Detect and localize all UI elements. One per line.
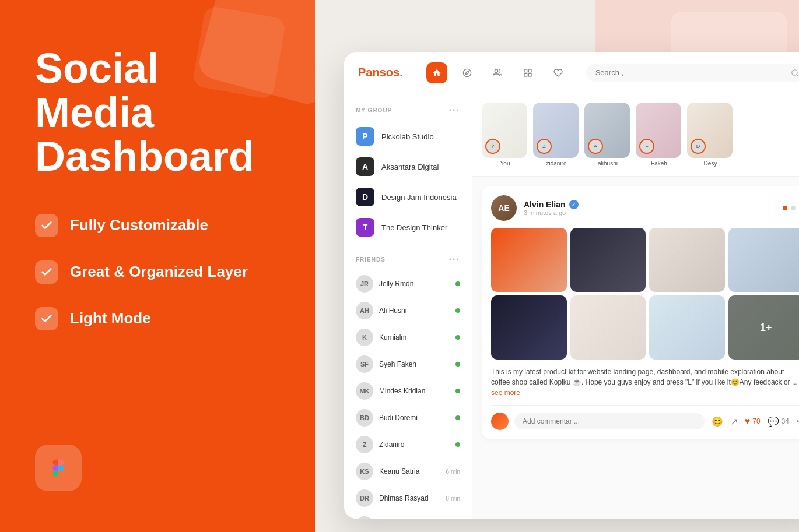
like-button[interactable]: ♥ 70: [745, 416, 761, 427]
story-avatar-fakeh: F: [639, 139, 654, 154]
post-text: This is my latest product kit for websit…: [491, 367, 799, 398]
svg-point-0: [463, 69, 471, 76]
group-name-design-thinker: The Design Thinker: [381, 223, 447, 232]
friends-section: FRIENDS ··· JR Jelly Rmdn AH Ali Husni: [344, 254, 472, 519]
post-author-avatar: AE: [491, 195, 517, 221]
group-item-pickolab[interactable]: P Pickolab Studio: [344, 121, 472, 152]
figma-logo: [35, 445, 82, 491]
nav-home-icon[interactable]: [426, 62, 447, 83]
svg-point-7: [792, 69, 797, 75]
nav-heart-icon[interactable]: [548, 62, 569, 83]
friend-avatar-keanu: KS: [356, 463, 373, 480]
svg-point-2: [495, 69, 497, 72]
post-time: 3 minutes a go: [524, 209, 776, 216]
post-image-6: [570, 295, 646, 360]
post-image-3: [649, 228, 725, 292]
comment-button[interactable]: 💬 34: [768, 416, 789, 427]
post-author-info: Alvin Elian ✓ 3 minutes a go: [524, 200, 776, 216]
share-button[interactable]: ↗: [730, 416, 738, 427]
search-input[interactable]: [595, 68, 786, 77]
friend-arvin[interactable]: AA Arvin Aradhana 15 min: [344, 512, 472, 519]
post-image-8: 1+: [728, 295, 800, 360]
dashboard-feed: Y You Z zidaniro A alihusni: [472, 93, 799, 519]
friend-ali[interactable]: AH Ali Husni: [344, 297, 472, 324]
friend-avatar-zidaniro: Z: [356, 436, 373, 453]
nav-icons: [426, 62, 569, 83]
online-status-budi: [455, 415, 460, 420]
story-avatar-alihusni: A: [588, 139, 603, 154]
online-status-mindes: [455, 389, 460, 393]
post-card: AE Alvin Elian ✓ 3 minutes a go: [482, 186, 799, 439]
story-avatar-you: Y: [485, 139, 500, 154]
friend-zidaniro[interactable]: Z Zidaniro: [344, 431, 472, 458]
like-count: 70: [752, 417, 760, 425]
feature-item-3: Light Mode: [35, 307, 280, 330]
story-zidaniro[interactable]: Z zidaniro: [533, 103, 580, 167]
friend-keanu[interactable]: KS Keanu Satria 6 min: [344, 458, 472, 485]
check-icon-2: [35, 260, 58, 284]
comment-count: 34: [782, 417, 789, 425]
group-list: P Pickolab Studio A Aksantara Digital D …: [344, 121, 472, 242]
post-menu-dot1: [783, 206, 787, 210]
friend-jelly[interactable]: JR Jelly Rmdn: [344, 270, 472, 297]
friends-more-icon[interactable]: ···: [449, 254, 460, 265]
online-status-zidaniro: [455, 442, 460, 447]
friend-avatar-dhimas: DR: [356, 489, 373, 507]
comment-input[interactable]: [514, 413, 705, 429]
dashboard-body: MY GROUP ··· P Pickolab Studio A Aksanta…: [344, 93, 799, 519]
friend-avatar-fakeh: SF: [356, 355, 373, 373]
comment-icon: 💬: [768, 416, 779, 427]
group-name-pickolab: Pickolab Studio: [381, 132, 434, 141]
friend-dhimas[interactable]: DR Dhimas Rasyad 8 min: [344, 485, 472, 512]
check-icon-3: [35, 307, 58, 330]
friend-avatar-jelly: JR: [356, 275, 373, 293]
nav-grid-icon[interactable]: [517, 62, 538, 83]
story-you[interactable]: Y You: [482, 103, 528, 167]
see-more-link[interactable]: see more: [491, 389, 520, 397]
friends-title: FRIENDS ···: [344, 254, 472, 270]
logo: Pansos.: [358, 66, 403, 79]
share-icon: ↗: [730, 416, 738, 427]
post-header: AE Alvin Elian ✓ 3 minutes a go: [491, 195, 799, 221]
post-image-1: [491, 228, 567, 292]
feature-list: Fully Customizable Great & Organized Lay…: [35, 214, 280, 330]
nav-users-icon[interactable]: [487, 62, 508, 83]
story-desy[interactable]: D Desy: [687, 103, 734, 167]
search-bar[interactable]: [586, 64, 799, 82]
forward-button[interactable]: ↪: [796, 416, 799, 427]
search-icon: [791, 69, 799, 77]
friend-mindes[interactable]: MK Mindes Kridian: [344, 378, 472, 404]
group-item-design-jam[interactable]: D Design Jam Indonesia: [344, 182, 472, 212]
nav-compass-icon[interactable]: [457, 62, 478, 83]
dashboard-nav: Pansos.: [344, 52, 799, 93]
friend-avatar-mindes: MK: [356, 382, 373, 400]
online-status-fakeh: [455, 362, 460, 367]
feature-label-1: Fully Customizable: [70, 216, 208, 234]
story-alihusni[interactable]: A alihusni: [584, 103, 631, 167]
comment-input-area: [491, 413, 705, 430]
svg-line-8: [797, 74, 798, 76]
friend-fakeh[interactable]: SF Syeh Fakeh: [344, 351, 472, 378]
group-avatar-pickolab: P: [356, 127, 374, 146]
check-icon-1: [35, 214, 58, 237]
post-image-4: [728, 228, 800, 292]
post-image-5: [491, 295, 567, 360]
post-image-2: [570, 228, 646, 292]
friend-avatar-ali: AH: [356, 302, 373, 319]
story-avatar-desy: D: [691, 139, 706, 154]
story-fakeh[interactable]: F Fakeh: [636, 103, 682, 167]
friend-kurnialm[interactable]: K Kurnialm: [344, 324, 472, 351]
friend-budi[interactable]: BD Budi Doremi: [344, 404, 472, 431]
more-options-icon[interactable]: ···: [449, 105, 460, 115]
post-actions: 😊 ↗ ♥ 70 💬 34: [491, 405, 799, 430]
story-avatar-zidaniro: Z: [537, 139, 552, 154]
my-group-title: MY GROUP ···: [344, 105, 472, 121]
group-item-aksantara[interactable]: A Aksantara Digital: [344, 152, 472, 182]
feature-label-3: Light Mode: [70, 309, 151, 327]
group-avatar-aksantara: A: [356, 157, 374, 176]
group-name-aksantara: Aksantara Digital: [381, 163, 439, 171]
left-panel: Social Media Dashboard Fully Customizabl…: [0, 0, 315, 532]
group-item-design-thinker[interactable]: T The Design Thinker: [344, 212, 472, 242]
emoji-button[interactable]: 😊: [712, 416, 723, 427]
group-name-design-jam: Design Jam Indonesia: [381, 193, 457, 202]
